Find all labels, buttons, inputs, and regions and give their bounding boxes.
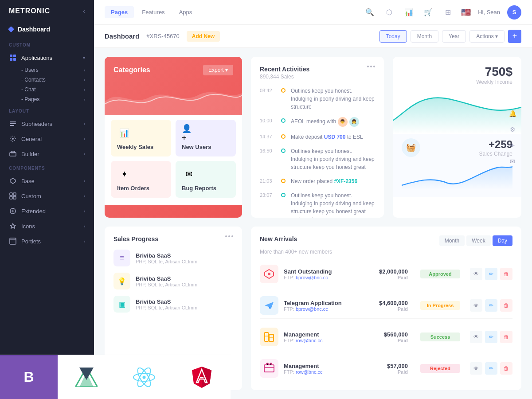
categories-grid: 📊 Weekly Sales 👤+ New Users ✦ Item Order… (105, 115, 242, 205)
top-navigation: Pages Features Apps 🔍 ⬡ 📊 🛒 ⊞ 🇺🇸 Hi, Sea… (94, 0, 532, 25)
framework-bar: B (0, 355, 532, 399)
arrival-status-telegram: In Progress (420, 301, 460, 310)
arrival-status-sant: Approved (420, 270, 460, 278)
base-label: Base (21, 178, 35, 184)
add-new-button[interactable]: Add New (187, 31, 220, 42)
period-year-button[interactable]: Year (442, 30, 466, 43)
category-weekly-sales[interactable]: 📊 Weekly Sales (111, 120, 171, 156)
sidebar-item-base[interactable]: Base › (0, 173, 94, 188)
email-icon[interactable]: ✉ (506, 155, 519, 168)
sidebar-item-applications[interactable]: Applications ▾ (0, 50, 94, 65)
arrival-item-telegram: Telegram Application FTP: bprow@bnc.cc $… (260, 293, 512, 319)
cat-label-bug-reports: Bug Reports (182, 185, 230, 192)
arrival-name-mgmt1: Management (284, 331, 323, 338)
grid-icon[interactable]: ⊞ (442, 6, 454, 19)
action-edit-sant[interactable]: ✏ (485, 268, 497, 280)
bootstrap-icon[interactable]: B (0, 355, 58, 399)
sidebar-item-icons[interactable]: Icons › (0, 219, 94, 234)
sidebar-item-users[interactable]: - Users › (0, 65, 94, 75)
sales-item-0: ≡ Briviba SaaS PHP, SQLite, Artisan CLIm… (113, 250, 233, 266)
categories-title: Categories (113, 66, 150, 74)
sidebar-item-general[interactable]: General › (0, 131, 94, 146)
sidebar-collapse-icon[interactable]: ‹ (83, 8, 85, 15)
top-nav-tabs: Pages Features Apps (105, 6, 198, 18)
category-new-users[interactable]: 👤+ New Users (176, 120, 236, 156)
settings-icon[interactable]: ⚙ (506, 123, 519, 136)
time-0842: 08:42 (260, 87, 276, 93)
avatar-1: 👦 (338, 117, 348, 127)
sidebar-item-pages[interactable]: - Pages › (0, 94, 94, 104)
category-item-orders[interactable]: ✦ Item Orders (111, 161, 171, 198)
general-label: General (21, 136, 42, 142)
action-view-sant[interactable]: 👁 (470, 268, 482, 280)
action-delete-telegram[interactable]: 🗑 (500, 299, 512, 312)
tab-pages[interactable]: Pages (105, 6, 134, 18)
action-delete-mgmt1[interactable]: 🗑 (500, 331, 512, 343)
cat-label-new-users: New Users (182, 144, 230, 150)
action-delete-sant[interactable]: 🗑 (500, 268, 512, 280)
user-avatar[interactable]: S (507, 5, 521, 20)
tab-apps[interactable]: Apps (173, 6, 199, 18)
timeline: 08:42 Outlines keep you honest. Indulgin… (260, 87, 375, 218)
arrival-item-mgmt1: Management FTP: row@bnc.cc $560,000 Paid… (260, 324, 512, 350)
period-month-button[interactable]: Month (411, 30, 438, 43)
chart-icon[interactable]: 📊 (403, 6, 415, 19)
action-edit-mgmt1[interactable]: ✏ (485, 331, 497, 343)
svg-rect-13 (13, 196, 16, 199)
svg-point-18 (268, 273, 270, 275)
cart-icon[interactable]: 🛒 (422, 6, 434, 19)
actions-button[interactable]: Actions ▾ (469, 30, 505, 43)
extended-chevron-icon: › (84, 209, 85, 214)
cat-label-weekly-sales: Weekly Sales (117, 144, 165, 150)
arrivals-tab-month[interactable]: Month (439, 235, 465, 246)
svg-rect-12 (10, 196, 12, 199)
sidebar-dashboard-item[interactable]: Dashboard (0, 22, 94, 38)
action-view-mgmt1[interactable]: 👁 (470, 331, 482, 343)
plus-button[interactable]: + (508, 30, 521, 43)
notification-icon[interactable]: 🔔 (506, 107, 519, 120)
sidebar-item-chat[interactable]: - Chat › (0, 85, 94, 94)
sidebar-item-portlets[interactable]: Portlets › (0, 234, 94, 249)
svg-rect-16 (10, 238, 16, 244)
sales-list: ≡ Briviba SaaS PHP, SQLite, Artisan CLIm… (113, 250, 233, 313)
action-edit-telegram[interactable]: ✏ (485, 299, 497, 312)
general-icon (9, 135, 17, 143)
sidebar-item-subheaders[interactable]: Subheaders › (0, 116, 94, 131)
export-button[interactable]: Export ▾ (203, 65, 233, 75)
page-ref: #XRS-45670 (146, 33, 179, 39)
arrivals-tab-week[interactable]: Week (466, 235, 490, 246)
sales-progress-menu[interactable] (225, 235, 233, 237)
tab-features[interactable]: Features (136, 6, 171, 18)
svg-rect-5 (10, 123, 16, 124)
svg-rect-4 (10, 121, 16, 122)
activities-menu[interactable] (367, 66, 375, 67)
subheader: Dashboard #XRS-45670 Add New Today Month… (94, 25, 532, 48)
period-today-button[interactable]: Today (379, 30, 407, 43)
cat-label-item-orders: Item Orders (117, 185, 165, 192)
sales-item-2: ▣ Briviba SaaS PHP, SQLite, Artisan CLIm… (113, 296, 233, 313)
add-user-icon: 👤+ (182, 126, 196, 140)
categories-card: Categories Export ▾ 📊 Weekly Sales 👤+ Ne… (105, 57, 242, 218)
category-bug-reports[interactable]: ✉ Bug Reports (176, 161, 236, 198)
sales-icon-0: ≡ (113, 250, 130, 266)
arrivals-tab-day[interactable]: Day (493, 235, 512, 246)
send-icon[interactable]: ✈ (506, 139, 519, 152)
sidebar-item-builder[interactable]: Builder › (0, 146, 94, 161)
arrival-ftp-mgmt1: FTP: row@bnc.cc (284, 338, 323, 343)
angular-icon[interactable] (173, 355, 231, 399)
arrival-name-telegram: Telegram Application (284, 300, 342, 306)
search-icon[interactable]: 🔍 (364, 6, 376, 19)
svg-rect-11 (13, 193, 16, 196)
sidebar-item-extended[interactable]: Extended › (0, 203, 94, 219)
vue-icon[interactable] (58, 355, 115, 399)
react-icon[interactable] (115, 355, 173, 399)
timeline-item-2103: 21:03 New order placed #XF-2356 (260, 177, 375, 185)
action-view-telegram[interactable]: 👁 (470, 299, 482, 312)
sidebar-item-contacts[interactable]: - Contacts › (0, 75, 94, 85)
sidebar-item-custom[interactable]: Custom › (0, 188, 94, 203)
arrival-item-sant: Sant Outstanding FTP: bprow@bnc.cc $2,00… (260, 261, 512, 287)
arrival-actions-sant: 👁 ✏ 🗑 (470, 268, 512, 280)
time-1000: 10:00 (260, 117, 276, 123)
share-icon[interactable]: ⬡ (383, 6, 395, 19)
dot-1650 (281, 149, 286, 153)
